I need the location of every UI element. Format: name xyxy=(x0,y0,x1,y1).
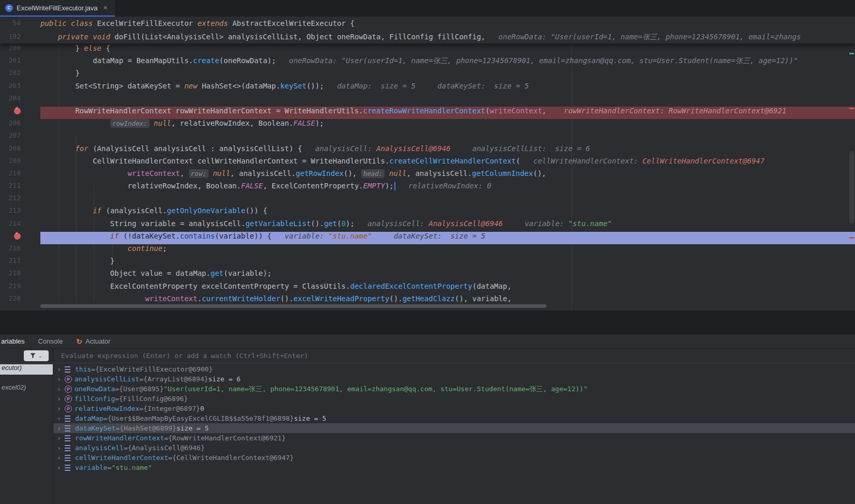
code-line-214[interactable]: 214 String variable = analysisCell.getVa… xyxy=(0,219,855,232)
expand-chevron-icon[interactable]: › xyxy=(57,424,65,432)
code-line-210[interactable]: 210 writeContext, row: null, analysisCel… xyxy=(0,169,855,182)
stack-frame[interactable]: excel02) xyxy=(0,384,53,394)
breakpoint-dot-icon[interactable] xyxy=(14,233,21,240)
code-text[interactable]: public class ExcelWriteFillExecutor exte… xyxy=(40,17,855,30)
line-number[interactable]: 210 xyxy=(0,169,40,182)
code-editor[interactable]: 200 } else {201 dataMap = BeanMapUtils.c… xyxy=(0,17,855,310)
line-number[interactable]: 209 xyxy=(0,157,40,169)
code-line-211[interactable]: 211 relativeRowIndex, Boolean.FALSE, Exc… xyxy=(0,182,855,194)
breakpoint-icon[interactable] xyxy=(0,232,40,244)
line-number[interactable]: 207 xyxy=(0,131,40,144)
code-line-209[interactable]: 209 CellWriteHandlerContext cellWriteHan… xyxy=(0,157,855,169)
code-text[interactable]: private void doFill(List<AnalysisCell> a… xyxy=(40,30,855,43)
line-number[interactable]: 201 xyxy=(0,56,40,69)
line-number[interactable]: 214 xyxy=(0,219,40,232)
code-line-205[interactable]: RowWriteHandlerContext rowWriteHandlerCo… xyxy=(0,107,855,119)
code-text[interactable]: } else { xyxy=(40,44,855,56)
breakpoint-icon[interactable] xyxy=(0,107,40,119)
line-number[interactable]: 206 xyxy=(0,119,40,131)
expand-chevron-icon[interactable]: › xyxy=(57,395,65,403)
variable-row[interactable]: ›dataKeySet = {HashSet@6899} size = 5 xyxy=(53,423,855,433)
code-text[interactable] xyxy=(40,131,855,144)
expand-chevron-icon[interactable]: › xyxy=(57,385,65,393)
breakpoint-dot-icon[interactable] xyxy=(14,108,21,114)
line-number[interactable]: 213 xyxy=(0,206,40,219)
code-text[interactable]: continue; xyxy=(40,244,855,257)
line-number[interactable]: 208 xyxy=(0,144,40,157)
code-line-217[interactable]: 217 } xyxy=(0,257,855,269)
code-text[interactable]: } xyxy=(40,257,855,269)
code-text[interactable]: relativeRowIndex, Boolean.FALSE, ExcelCo… xyxy=(40,182,855,194)
code-text[interactable]: ExcelContentProperty excelContentPropert… xyxy=(40,282,855,294)
code-text[interactable]: Set<String> dataKeySet = new HashSet<>(d… xyxy=(40,82,855,94)
tab-console[interactable]: Console xyxy=(32,337,70,345)
code-text[interactable]: rowIndex: null, relativeRowIndex, Boolea… xyxy=(40,119,855,131)
code-text[interactable]: for (AnalysisCell analysisCell : analysi… xyxy=(40,144,855,157)
expand-chevron-icon[interactable]: › xyxy=(57,434,65,442)
line-number[interactable]: 220 xyxy=(0,294,40,307)
code-line-54[interactable]: 54public class ExcelWriteFillExecutor ex… xyxy=(0,17,855,30)
variable-row[interactable]: ›cellWriteHandlerContext = {CellWriteHan… xyxy=(53,453,855,463)
code-line-206[interactable]: 206 rowIndex: null, relativeRowIndex, Bo… xyxy=(0,119,855,131)
variable-row[interactable]: ›analysisCell = {AnalysisCell@6946} xyxy=(53,443,855,453)
evaluate-expression-input[interactable] xyxy=(53,349,855,363)
tab-variables[interactable]: ariables xyxy=(0,337,32,345)
expand-chevron-icon[interactable]: › xyxy=(57,375,65,383)
variable-row[interactable]: ›PfillConfig = {FillConfig@6896} xyxy=(53,394,855,404)
code-text[interactable] xyxy=(40,194,855,206)
code-line-204[interactable]: 204 xyxy=(0,94,855,107)
expand-chevron-icon[interactable]: › xyxy=(57,414,65,422)
code-text[interactable]: String variable = analysisCell.getVariab… xyxy=(40,219,855,232)
variable-row[interactable]: ›PrelativeRowIndex = {Integer@6897} 0 xyxy=(53,404,855,413)
line-number[interactable]: 202 xyxy=(0,69,40,81)
code-text[interactable]: writeContext, row: null, analysisCell.ge… xyxy=(40,169,855,182)
tab-actuator[interactable]: ↻ Actuator xyxy=(69,337,117,346)
code-line-218[interactable]: 218 Object value = dataMap.get(variable)… xyxy=(0,269,855,281)
expand-chevron-icon[interactable]: › xyxy=(57,464,65,471)
line-number[interactable]: 192 xyxy=(0,30,40,43)
code-text[interactable]: CellWriteHandlerContext cellWriteHandler… xyxy=(40,157,855,169)
code-line-192[interactable]: 192 private void doFill(List<AnalysisCel… xyxy=(0,30,855,43)
line-number[interactable]: 211 xyxy=(0,182,40,194)
code-line-219[interactable]: 219 ExcelContentProperty excelContentPro… xyxy=(0,282,855,294)
expand-chevron-icon[interactable]: › xyxy=(57,444,65,452)
code-text[interactable]: if (!dataKeySet.contains(variable)) { va… xyxy=(40,232,855,244)
code-text[interactable]: Object value = dataMap.get(variable); xyxy=(40,269,855,281)
file-tab[interactable]: C ExcelWriteFillExecutor.java × xyxy=(0,0,115,17)
line-number[interactable]: 212 xyxy=(0,194,40,206)
line-number[interactable]: 219 xyxy=(0,282,40,294)
code-text[interactable]: } xyxy=(40,69,855,81)
expand-chevron-icon[interactable]: › xyxy=(57,405,65,412)
filter-button[interactable]: ⌄ xyxy=(24,350,49,361)
line-number[interactable]: 54 xyxy=(0,17,40,30)
code-line-215[interactable]: if (!dataKeySet.contains(variable)) { va… xyxy=(0,232,855,244)
stack-frame[interactable]: ecutor) xyxy=(0,364,53,375)
variable-row[interactable]: ›PanalysisCellList = {ArrayList@6894} si… xyxy=(53,374,855,384)
expand-chevron-icon[interactable]: › xyxy=(57,454,65,462)
code-line-213[interactable]: 213 if (analysisCell.getOnlyOneVariable(… xyxy=(0,206,855,219)
code-line-208[interactable]: 208 for (AnalysisCell analysisCell : ana… xyxy=(0,144,855,157)
close-icon[interactable]: × xyxy=(104,4,108,12)
variable-row[interactable]: ›rowWriteHandlerContext = {RowWriteHandl… xyxy=(53,433,855,443)
code-line-202[interactable]: 202 } xyxy=(0,69,855,81)
code-line-201[interactable]: 201 dataMap = BeanMapUtils.create(oneRow… xyxy=(0,56,855,69)
code-text[interactable] xyxy=(40,94,855,107)
variable-row[interactable]: ›this = {ExcelWriteFillExecutor@6900} xyxy=(53,364,855,374)
variable-row[interactable]: ›variable = "stu.name" xyxy=(53,463,855,472)
line-number[interactable]: 200 xyxy=(0,44,40,56)
variable-row[interactable]: ›dataMap = {User$$BeanMapByEasyExcelCGLI… xyxy=(53,413,855,423)
code-text[interactable]: dataMap = BeanMapUtils.create(oneRowData… xyxy=(40,56,855,69)
vertical-scrollbar[interactable] xyxy=(849,151,854,224)
code-line-212[interactable]: 212 xyxy=(0,194,855,206)
code-text[interactable]: RowWriteHandlerContext rowWriteHandlerCo… xyxy=(40,107,855,119)
line-number[interactable]: 216 xyxy=(0,244,40,257)
line-number[interactable]: 218 xyxy=(0,269,40,281)
code-line-203[interactable]: 203 Set<String> dataKeySet = new HashSet… xyxy=(0,82,855,94)
code-line-207[interactable]: 207 xyxy=(0,131,855,144)
variable-row[interactable]: ›PoneRowData = {User@6895} "User(userId=… xyxy=(53,384,855,394)
code-line-216[interactable]: 216 continue; xyxy=(0,244,855,257)
expand-chevron-icon[interactable]: › xyxy=(57,365,65,373)
line-number[interactable]: 217 xyxy=(0,257,40,269)
code-line-200[interactable]: 200 } else { xyxy=(0,44,855,56)
code-text[interactable]: if (analysisCell.getOnlyOneVariable()) { xyxy=(40,206,855,219)
